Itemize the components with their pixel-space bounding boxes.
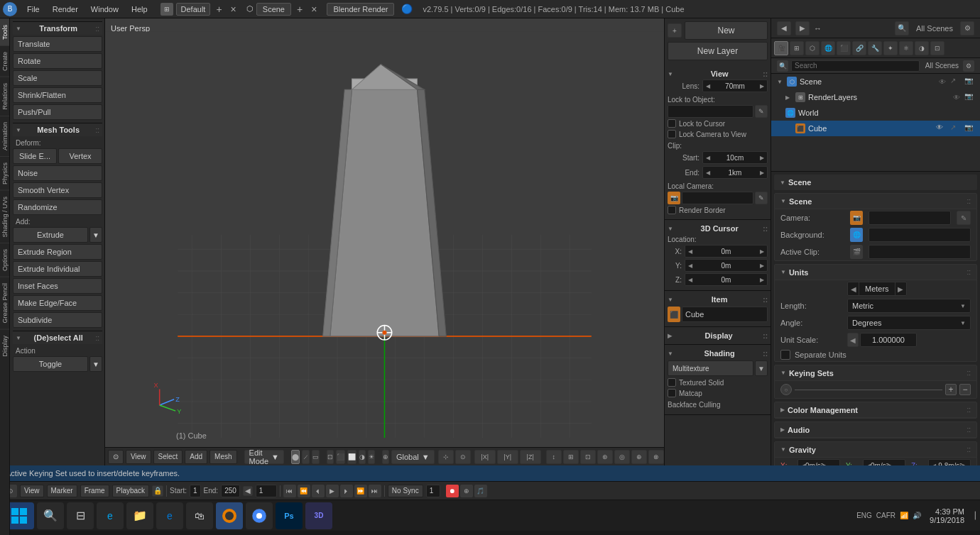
cube-cursor-icon[interactable]: ↗: [950, 123, 960, 133]
btn-new[interactable]: New: [685, 21, 768, 40]
rl-eye-icon[interactable]: 👁: [953, 94, 960, 101]
props-search-btn[interactable]: 🔍: [895, 21, 909, 35]
viewport-3d[interactable]: User Persp Meters: [105, 18, 664, 465]
matcap-checkbox[interactable]: [668, 389, 676, 397]
color-mgmt-header[interactable]: ▶ Color Management ::: [775, 402, 976, 418]
menu-help[interactable]: Help: [126, 4, 153, 15]
outliner-item-scene[interactable]: ▼ ⬡ Scene 👁 ↗ 📷: [771, 74, 980, 89]
btn-shrink-flatten[interactable]: Shrink/Flatten: [13, 87, 102, 103]
tl-marker-btn[interactable]: Marker: [47, 485, 77, 497]
physics-btn[interactable]: ⚛: [899, 41, 913, 55]
scene-section-header[interactable]: ▼ Scene ::: [775, 194, 976, 209]
rendered-btn[interactable]: ☀: [368, 450, 375, 464]
menu-file[interactable]: File: [21, 4, 45, 15]
audio-header[interactable]: ▶ Audio ::: [775, 422, 976, 438]
edge-select-btn[interactable]: ⟋: [302, 450, 310, 464]
camera-value[interactable]: [869, 211, 951, 225]
btn-new-layer[interactable]: New Layer: [668, 42, 768, 60]
item-title[interactable]: ▼ Item ::: [668, 294, 768, 305]
btn-smooth-vertex[interactable]: Smooth Vertex: [13, 182, 102, 198]
tool7[interactable]: ⊗: [648, 450, 664, 464]
outliner-item-renderlayers[interactable]: ▶ ⊞ RenderLayers 👁 📷: [771, 89, 980, 105]
vtab-tools[interactable]: Tools: [0, 18, 9, 45]
units-next-btn[interactable]: ▶: [895, 282, 906, 296]
workspace-dropdown[interactable]: Default: [176, 3, 211, 16]
btn-push-pull[interactable]: Push/Pull: [13, 104, 102, 120]
scale-prev-btn[interactable]: ◀: [847, 333, 859, 347]
camera-edit-btn[interactable]: ✎: [755, 192, 768, 204]
taskbar-3d-btn[interactable]: 3D: [305, 502, 332, 529]
keying-add-btn[interactable]: +: [945, 384, 957, 395]
all-scenes-label[interactable]: All Scenes: [916, 24, 953, 33]
material-btn[interactable]: ◑: [359, 450, 366, 464]
btn-translate[interactable]: Translate: [13, 36, 102, 52]
z-val[interactable]: ◀ 0m ▶: [685, 273, 768, 286]
engine-selector[interactable]: Blender Render: [327, 3, 394, 16]
mirror-z-btn[interactable]: |Z|: [520, 450, 541, 464]
clip-value[interactable]: [869, 245, 971, 259]
wireframe-btn[interactable]: ⊡: [327, 450, 334, 464]
transform-section-header[interactable]: ▼ Transform ::: [13, 21, 102, 35]
tool4[interactable]: ⊛: [597, 450, 613, 464]
no-sync-btn[interactable]: No Sync: [388, 485, 423, 497]
skip-start-btn[interactable]: ⏮: [283, 485, 296, 497]
object-props-btn[interactable]: ⬛: [837, 41, 851, 55]
tray-sound-icon[interactable]: 🔊: [913, 512, 921, 519]
toggle-dropdown-btn[interactable]: ▼: [89, 356, 102, 372]
taskbar-ie-btn[interactable]: e: [97, 502, 124, 529]
units-section-header[interactable]: ▼ Units ::: [775, 265, 976, 280]
vtab-physics[interactable]: Physics: [0, 156, 9, 190]
prev-frame-btn[interactable]: ⏪: [298, 485, 310, 497]
length-value[interactable]: Metric ▼: [847, 299, 971, 313]
render-icon[interactable]: 📷: [964, 77, 974, 87]
cube-eye-icon[interactable]: 👁: [936, 123, 946, 133]
eye-icon[interactable]: 👁: [939, 78, 946, 86]
btn-scale[interactable]: Scale: [13, 70, 102, 86]
outliner-search-input[interactable]: [791, 60, 920, 72]
btn-rotate[interactable]: Rotate: [13, 53, 102, 69]
skip-end-btn[interactable]: ⏭: [369, 485, 381, 497]
btn-make-edge-face[interactable]: Make Edge/Face: [13, 295, 102, 311]
render-layers-btn[interactable]: ⊞: [790, 41, 804, 55]
edit-mode-selector[interactable]: Edit Mode ▼: [244, 450, 284, 464]
view-menu-btn[interactable]: View: [126, 450, 151, 464]
tl-icon3[interactable]: 🎵: [474, 485, 487, 497]
shading-title[interactable]: ▼ Shading ::: [668, 348, 768, 359]
face-select-btn[interactable]: ▭: [312, 450, 320, 464]
vtab-shading[interactable]: Shading / UVs: [0, 190, 9, 243]
units-prev-btn[interactable]: ◀: [848, 282, 859, 296]
show-desktop-btn[interactable]: ▕: [970, 512, 976, 519]
record-btn[interactable]: ⏺: [446, 485, 459, 497]
no-sync-val[interactable]: 1: [426, 485, 440, 497]
cursor-title[interactable]: ▼ 3D Cursor ::: [668, 223, 768, 234]
render-border-checkbox[interactable]: [668, 206, 676, 214]
tl-end-field[interactable]: 250: [221, 485, 240, 497]
settings-icon[interactable]: ⚙: [963, 60, 974, 72]
angle-value[interactable]: Degrees ▼: [847, 316, 971, 330]
vtab-options[interactable]: Options: [0, 243, 9, 277]
scene-name[interactable]: Scene: [256, 3, 291, 16]
menu-render[interactable]: Render: [47, 4, 84, 15]
btn-subdivide[interactable]: Subdivide: [13, 312, 102, 328]
display-title[interactable]: ▶ Display ::: [668, 330, 768, 341]
btn-extrude-individual[interactable]: Extrude Individual: [13, 261, 102, 277]
tool3[interactable]: ⊡: [580, 450, 596, 464]
materials-btn[interactable]: ◑: [915, 41, 929, 55]
camera-edit-btn[interactable]: ✎: [957, 211, 971, 225]
item-name-val[interactable]: Cube: [682, 307, 768, 322]
render-props-btn[interactable]: 🎥: [774, 41, 788, 55]
lock-icon[interactable]: 🔒: [152, 485, 163, 497]
props-prev-btn[interactable]: ◀: [777, 21, 791, 35]
mesh-menu-btn[interactable]: Mesh: [209, 450, 236, 464]
tl-playback-btn[interactable]: Playback: [112, 485, 150, 497]
mirror-x-btn[interactable]: |X|: [474, 450, 496, 464]
scene-props-btn[interactable]: ⬡: [805, 41, 820, 55]
lens-value[interactable]: ◀ 70mm ▶: [702, 79, 768, 92]
outliner-item-world[interactable]: 🌐 World: [771, 105, 980, 121]
select-menu-btn[interactable]: Select: [153, 450, 183, 464]
proportional-btn[interactable]: ⊙: [455, 450, 471, 464]
vtab-grease-pencil[interactable]: Grease Pencil: [0, 277, 9, 329]
tool6[interactable]: ⊕: [631, 450, 647, 464]
btn-extrude-region[interactable]: Extrude Region: [13, 244, 102, 260]
cursor-icon[interactable]: ↗: [950, 77, 960, 87]
